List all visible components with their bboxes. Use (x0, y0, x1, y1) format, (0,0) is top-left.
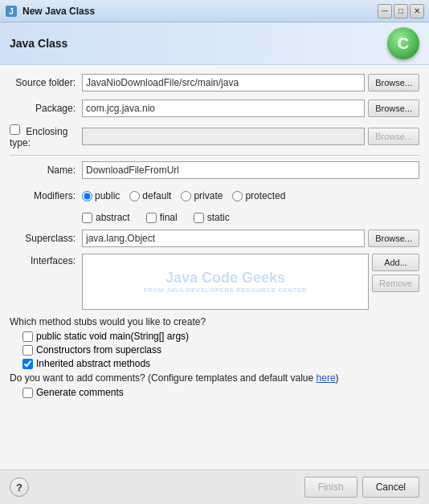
package-label: Package: (10, 103, 82, 114)
stub-constructors-label[interactable]: Constructors from superclass (36, 344, 161, 356)
generate-comments-checkbox[interactable] (22, 388, 33, 398)
interfaces-add-button[interactable]: Add... (372, 254, 419, 271)
minimize-button[interactable]: ─ (378, 4, 392, 18)
interfaces-buttons: Add... Remove (372, 254, 419, 292)
superclass-label: Superclass: (10, 233, 82, 244)
stubs-title: Which method stubs would you like to cre… (10, 316, 419, 327)
title-bar: J New Java Class ─ □ ✕ (0, 0, 429, 22)
modifier-protected-label[interactable]: protected (232, 190, 285, 201)
watermark-line2: FROM JAVA DEVELOPERS RESOURCE CENTER (144, 287, 307, 294)
modifier-static-label[interactable]: static (194, 212, 230, 223)
modifier-abstract-label[interactable]: abstract (82, 212, 130, 223)
footer-buttons: Finish Cancel (304, 477, 419, 498)
modifiers-row: Modifiers: public default private protec… (10, 186, 419, 205)
stub-main-item: public static void main(String[] args) (22, 331, 419, 342)
finish-button[interactable]: Finish (304, 477, 358, 498)
modifiers-radio-group: public default private protected (82, 190, 285, 201)
interfaces-container: Java Code Geeks FROM JAVA DEVELOPERS RES… (82, 254, 369, 310)
form-area: Source folder: Browse... Package: Browse… (0, 65, 429, 469)
modifier-public-text: public (95, 190, 120, 201)
comments-here-link[interactable]: here (317, 372, 336, 384)
watermark: Java Code Geeks FROM JAVA DEVELOPERS RES… (144, 270, 307, 294)
window-controls: ─ □ ✕ (378, 4, 424, 18)
source-folder-input[interactable] (82, 74, 365, 91)
source-folder-label: Source folder: (10, 77, 82, 88)
dialog-body: Java Class C Source folder: Browse... Pa… (0, 22, 429, 504)
superclass-input[interactable] (82, 230, 365, 247)
modifier-private-text: private (194, 190, 223, 201)
section-title: Java Class (10, 37, 67, 50)
section-header: Java Class C (0, 22, 429, 65)
help-button[interactable]: ? (10, 478, 29, 497)
modifier-default-label[interactable]: default (129, 190, 171, 201)
cancel-button[interactable]: Cancel (362, 477, 419, 498)
modifier-static-text: static (207, 212, 230, 223)
window-title: New Java Class (22, 6, 378, 17)
stub-abstract-label[interactable]: Inherited abstract methods (36, 358, 150, 369)
enclosing-type-browse-button[interactable]: Browse... (368, 128, 419, 145)
modifier-abstract-text: abstract (96, 212, 130, 223)
svg-text:J: J (9, 7, 14, 16)
interfaces-box[interactable]: Java Code Geeks FROM JAVA DEVELOPERS RES… (82, 254, 369, 310)
enclosing-type-label: Enclosing type: (10, 124, 82, 148)
modifier-final-text: final (160, 212, 178, 223)
generate-comments-item: Generate comments (22, 387, 419, 398)
enclosing-type-checkbox[interactable] (10, 124, 20, 135)
comments-section: Do you want to add comments? (Configure … (10, 372, 419, 398)
modifiers-row2: abstract final static (82, 212, 419, 223)
stubs-section: Which method stubs would you like to cre… (10, 316, 419, 369)
stub-abstract-checkbox[interactable] (22, 359, 33, 369)
source-folder-row: Source folder: Browse... (10, 73, 419, 92)
stub-constructors-item: Constructors from superclass (22, 344, 419, 356)
modifier-private-radio[interactable] (181, 191, 191, 201)
source-folder-browse-button[interactable]: Browse... (368, 74, 419, 91)
comments-question-text: Do you want to add comments? (Configure … (10, 372, 313, 384)
stub-constructors-checkbox[interactable] (22, 345, 33, 356)
modifier-private-label[interactable]: private (181, 190, 223, 201)
dialog-icon: J (5, 5, 18, 18)
comments-question: Do you want to add comments? (Configure … (10, 372, 419, 384)
name-input[interactable] (82, 161, 419, 179)
package-input[interactable] (82, 100, 365, 117)
modifier-final-checkbox[interactable] (146, 213, 157, 223)
logo-icon: C (387, 27, 419, 59)
interfaces-label: Interfaces: (10, 254, 82, 266)
modifiers-label: Modifiers: (10, 190, 82, 201)
modifier-default-radio[interactable] (129, 191, 140, 201)
close-button[interactable]: ✕ (410, 4, 424, 18)
modifier-public-label[interactable]: public (82, 190, 120, 201)
name-row: Name: (10, 161, 419, 180)
stub-abstract-item: Inherited abstract methods (22, 358, 419, 369)
name-label: Name: (10, 165, 82, 176)
enclosing-type-row: Enclosing type: Browse... (10, 124, 419, 148)
modifier-public-radio[interactable] (82, 191, 92, 201)
modifier-final-label[interactable]: final (146, 212, 178, 223)
modifier-protected-text: protected (245, 190, 285, 201)
interfaces-remove-button[interactable]: Remove (372, 274, 419, 292)
package-row: Package: Browse... (10, 99, 419, 118)
superclass-browse-button[interactable]: Browse... (368, 230, 419, 247)
maximize-button[interactable]: □ (394, 4, 408, 18)
dialog-footer: ? Finish Cancel (0, 469, 429, 504)
superclass-row: Superclass: Browse... (10, 230, 419, 247)
enclosing-type-input[interactable] (82, 128, 365, 145)
modifier-static-checkbox[interactable] (194, 213, 204, 223)
divider-1 (10, 155, 419, 156)
modifier-protected-radio[interactable] (232, 191, 243, 201)
package-browse-button[interactable]: Browse... (368, 100, 419, 117)
generate-comments-label[interactable]: Generate comments (36, 387, 124, 398)
stub-main-label[interactable]: public static void main(String[] args) (36, 331, 189, 342)
stub-main-checkbox[interactable] (22, 331, 33, 342)
interfaces-row: Interfaces: Java Code Geeks FROM JAVA DE… (10, 254, 419, 310)
modifier-abstract-checkbox[interactable] (82, 213, 92, 223)
modifier-default-text: default (142, 190, 171, 201)
watermark-line1: Java Code Geeks (165, 270, 285, 286)
